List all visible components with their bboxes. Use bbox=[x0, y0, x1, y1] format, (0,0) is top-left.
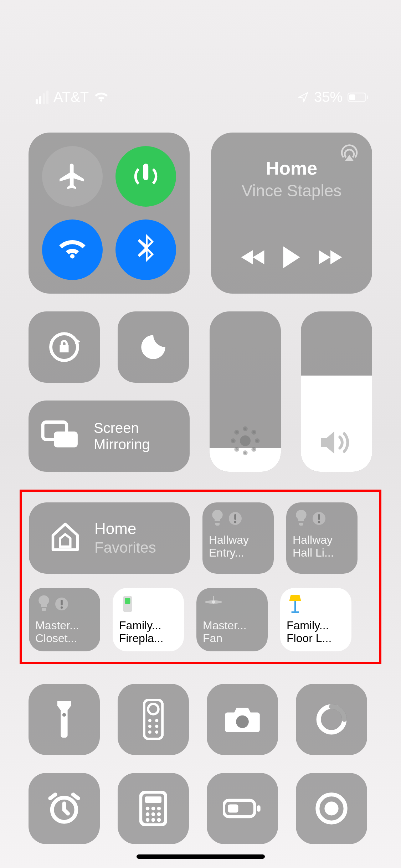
carrier-label: AT&T bbox=[53, 89, 89, 105]
home-favorites-group: Home Favorites HallwayEntry... HallwayHa… bbox=[20, 490, 381, 664]
screen-mirroring-label: Screen Mirroring bbox=[94, 420, 150, 453]
rewind-button[interactable] bbox=[240, 248, 266, 268]
flashlight-button[interactable] bbox=[29, 684, 100, 755]
svg-point-37 bbox=[155, 724, 158, 728]
cellular-signal-icon bbox=[36, 91, 48, 104]
svg-rect-30 bbox=[292, 611, 299, 613]
svg-point-38 bbox=[148, 730, 151, 734]
bulb-icon bbox=[294, 509, 308, 529]
low-power-mode-button[interactable] bbox=[207, 773, 278, 844]
timer-button[interactable] bbox=[296, 684, 367, 755]
switch-icon bbox=[120, 595, 135, 615]
alert-icon bbox=[312, 511, 326, 527]
svg-point-35 bbox=[155, 719, 158, 722]
svg-rect-44 bbox=[145, 796, 161, 803]
screen-mirroring-button[interactable]: Screen Mirroring bbox=[29, 401, 190, 472]
svg-point-20 bbox=[318, 521, 320, 523]
svg-rect-32 bbox=[144, 700, 163, 739]
svg-point-28 bbox=[212, 600, 215, 604]
accessory-label: Hallway bbox=[293, 534, 333, 546]
alarm-button[interactable] bbox=[29, 773, 100, 844]
apple-tv-remote-button[interactable] bbox=[118, 684, 189, 755]
svg-rect-19 bbox=[318, 514, 320, 520]
accessory-label: Master... bbox=[35, 619, 79, 632]
accessory-master-fan[interactable]: Master...Fan bbox=[196, 588, 268, 651]
home-subtitle: Favorites bbox=[94, 539, 156, 556]
svg-point-47 bbox=[157, 806, 161, 810]
battery-percent: 35% bbox=[314, 89, 343, 105]
svg-point-49 bbox=[151, 812, 155, 816]
svg-rect-26 bbox=[213, 596, 214, 600]
svg-point-7 bbox=[244, 428, 246, 430]
screen-mirroring-icon bbox=[41, 420, 79, 452]
svg-point-14 bbox=[236, 448, 238, 450]
status-bar: AT&T 35% bbox=[0, 89, 401, 105]
alert-icon bbox=[55, 597, 69, 613]
svg-point-8 bbox=[244, 452, 246, 454]
svg-rect-55 bbox=[228, 804, 238, 812]
screen-recording-button[interactable] bbox=[296, 773, 367, 844]
svg-point-17 bbox=[234, 521, 236, 523]
battery-icon bbox=[348, 92, 369, 103]
svg-point-40 bbox=[236, 715, 249, 728]
wifi-icon bbox=[94, 92, 109, 103]
accessory-family-fireplace[interactable]: Family...Firepla... bbox=[113, 588, 184, 651]
orientation-lock-button[interactable] bbox=[29, 311, 100, 383]
wifi-button[interactable] bbox=[42, 219, 103, 280]
calculator-button[interactable] bbox=[118, 773, 189, 844]
svg-point-12 bbox=[253, 448, 255, 450]
svg-rect-56 bbox=[257, 805, 261, 811]
svg-point-51 bbox=[146, 818, 150, 822]
svg-point-34 bbox=[148, 719, 151, 722]
accessory-hallway-entry[interactable]: HallwayEntry... bbox=[202, 502, 274, 574]
home-icon bbox=[49, 521, 82, 555]
fast-forward-button[interactable] bbox=[318, 248, 343, 268]
connectivity-pod[interactable] bbox=[29, 133, 190, 294]
svg-rect-1 bbox=[349, 94, 355, 100]
svg-point-58 bbox=[324, 801, 338, 815]
svg-point-13 bbox=[253, 431, 255, 433]
svg-rect-22 bbox=[61, 600, 63, 605]
svg-rect-29 bbox=[294, 601, 296, 611]
now-playing-pod[interactable]: Home Vince Staples bbox=[211, 133, 372, 294]
play-button[interactable] bbox=[281, 246, 302, 270]
home-title: Home bbox=[94, 520, 156, 538]
accessory-label: Family... bbox=[119, 619, 161, 632]
svg-point-53 bbox=[157, 818, 161, 822]
media-artist: Vince Staples bbox=[222, 181, 361, 200]
lamp-icon bbox=[288, 594, 302, 615]
svg-point-48 bbox=[146, 812, 150, 816]
fan-icon bbox=[204, 596, 223, 614]
svg-rect-25 bbox=[125, 598, 130, 604]
do-not-disturb-button[interactable] bbox=[118, 311, 189, 383]
cellular-data-button[interactable] bbox=[115, 146, 176, 207]
bulb-icon bbox=[37, 595, 51, 615]
accessory-hallway-hall-light[interactable]: HallwayHall Li... bbox=[286, 502, 358, 574]
volume-slider[interactable] bbox=[301, 311, 372, 472]
bluetooth-button[interactable] bbox=[115, 219, 176, 280]
svg-point-23 bbox=[61, 606, 63, 609]
accessory-label: Hallway bbox=[209, 534, 249, 546]
svg-rect-2 bbox=[367, 95, 368, 99]
svg-point-11 bbox=[236, 431, 238, 433]
camera-button[interactable] bbox=[207, 684, 278, 755]
accessory-label: Family... bbox=[287, 619, 329, 632]
svg-point-39 bbox=[155, 730, 158, 734]
accessory-family-floor-lamp[interactable]: Family...Floor L... bbox=[280, 588, 351, 651]
alert-icon bbox=[228, 511, 242, 527]
svg-point-52 bbox=[151, 818, 155, 822]
accessory-master-closet[interactable]: Master...Closet... bbox=[29, 588, 100, 651]
bulb-icon bbox=[210, 509, 225, 529]
svg-point-46 bbox=[151, 806, 155, 810]
home-indicator[interactable] bbox=[137, 854, 265, 859]
location-icon bbox=[298, 92, 309, 103]
svg-rect-5 bbox=[54, 432, 78, 447]
airplane-mode-button[interactable] bbox=[42, 146, 103, 207]
svg-point-36 bbox=[148, 724, 151, 728]
svg-point-31 bbox=[62, 713, 66, 717]
airplay-audio-icon[interactable] bbox=[339, 143, 359, 165]
accessory-label: Master... bbox=[203, 619, 247, 632]
home-app-button[interactable]: Home Favorites bbox=[29, 502, 190, 574]
brightness-slider[interactable] bbox=[210, 311, 281, 472]
svg-point-33 bbox=[148, 704, 159, 714]
